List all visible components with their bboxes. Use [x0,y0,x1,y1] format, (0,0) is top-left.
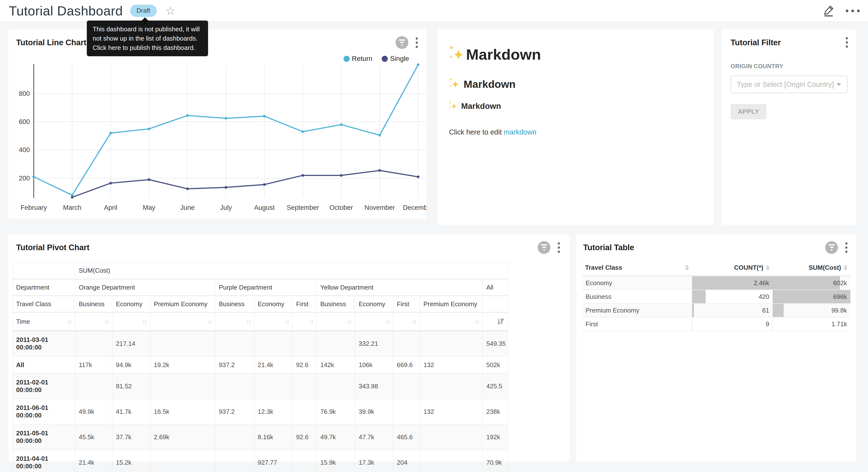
pivot-row: 2011-05-01 00:00:0045.5k37.7k2.69k8.16k9… [12,424,508,450]
sort-arrows-icon[interactable]: ↓↑ [474,318,479,325]
value-cell: 696k [773,290,850,303]
draft-tooltip: This dashboard is not published, it will… [87,21,208,56]
svg-text:July: July [220,204,232,211]
origin-country-label: ORIGIN COUNTRY [731,63,847,70]
markdown-edit-link[interactable]: markdown [504,128,536,136]
pivot-value-cell [215,450,254,472]
pivot-value-cell: 425.5 [483,374,508,399]
pivot-value-cell: 937.2 [215,356,254,374]
pivot-value-cell [317,331,355,357]
table-title: Tutorial Table [583,243,634,252]
sort-arrows-icon[interactable]: ↓↑ [67,318,71,325]
pivot-sort-cell: ↓↑ [112,312,150,331]
svg-text:August: August [254,204,275,211]
legend-dot [344,56,350,62]
filter-badge-icon[interactable] [396,36,408,49]
pivot-value-cell: 21.4k [75,450,112,472]
pivot-value-cell [420,424,483,450]
svg-text:800: 800 [19,90,30,97]
markdown-h2: Markdown [448,77,703,91]
pivot-row-header: 2011-02-01 00:00:00 [12,374,75,399]
pivot-sort-cell: ↓↑ [75,312,112,331]
sort-arrows-icon[interactable]: ↓↑ [284,318,288,325]
column-label: SUM(Cost) [809,264,841,271]
filter-badge-icon[interactable] [538,241,550,254]
pivot-row: 2011-06-01 00:00:0049.9k41.7k16.5k937.21… [12,399,508,424]
pivot-sort-cell: ↓↑ [292,312,317,331]
table-row: Premium Economy6199.8k [582,303,850,317]
caret-sort-icon[interactable] [685,265,689,270]
table-column-header[interactable]: Travel Class [582,260,692,276]
value-text: 602k [773,276,850,290]
pivot-value-cell [420,450,483,472]
value-cell: 9 [692,317,773,331]
pivot-value-cell: 39.9k [355,399,393,424]
row-label: Economy [582,276,692,290]
legend-item-single[interactable]: Single [382,55,409,63]
pivot-class-header: First [292,296,317,312]
pivot-value-cell: 332.21 [355,331,393,357]
sort-arrows-icon[interactable]: ↓↑ [207,318,211,325]
apply-button[interactable]: APPLY [731,104,767,119]
svg-text:May: May [143,204,156,211]
pivot-value-cell: 16.5k [150,399,215,424]
pivot-value-cell [420,331,483,357]
data-table: Travel ClassCOUNT(*)SUM(Cost) Economy2.4… [582,260,850,331]
pivot-class-label: Travel Class [12,296,75,312]
pivot-value-cell [254,331,292,357]
pivot-row-header: 2011-05-01 00:00:00 [12,424,75,450]
sort-arrows-icon[interactable]: ↓↑ [309,318,313,325]
chart-legend: ReturnSingle [344,55,409,63]
caret-sort-icon[interactable] [843,265,847,270]
table-column-header[interactable]: COUNT(*) [692,260,773,276]
row-label: First [582,317,692,331]
svg-text:200: 200 [19,175,30,182]
pivot-class-header: Business [75,296,112,312]
sort-descending-icon[interactable] [497,318,504,325]
pivot-value-cell: 217.14 [112,331,150,357]
pivot-value-cell: 669.6 [393,356,420,374]
sort-arrows-icon[interactable]: ↓↑ [142,318,146,325]
sort-arrows-icon[interactable]: ↓↑ [246,318,250,325]
sparkles-icon [448,45,466,64]
value-text: 61 [692,304,773,317]
pivot-value-cell: 106k [355,356,393,374]
pivot-class-header: Business [215,296,254,312]
pivot-value-cell: 17.3k [355,450,393,472]
filter-panel-title: Tutorial Filter [731,38,781,47]
pivot-value-cell [215,374,254,399]
sort-arrows-icon[interactable]: ↓↑ [412,318,416,325]
caret-sort-icon[interactable] [766,265,770,270]
value-cell: 2.46k [692,276,773,290]
edit-pencil-icon[interactable] [822,4,835,18]
sort-arrows-icon[interactable]: ↓↑ [385,318,389,325]
sort-arrows-icon[interactable]: ↓↑ [347,318,351,325]
pivot-value-cell [393,374,420,399]
kebab-menu-icon[interactable] [844,241,848,254]
pivot-value-cell: 343.98 [355,374,393,399]
pivot-row: 2011-03-01 00:00:00217.14332.21549.35 [12,331,508,357]
svg-text:September: September [286,204,319,211]
kebab-menu-icon[interactable] [415,36,419,49]
table-column-header[interactable]: SUM(Cost) [773,260,850,276]
pivot-group-header: Yellow Department [317,279,483,296]
legend-item-return[interactable]: Return [344,55,372,63]
pivot-value-cell [420,374,483,399]
favorite-star-icon[interactable]: ☆ [165,5,176,17]
legend-dot [382,56,388,62]
pivot-value-cell: 47.7k [355,424,393,450]
pivot-chart-title: Tutorial Pivot Chart [16,243,90,252]
sort-arrows-icon[interactable]: ↓↑ [104,318,108,325]
table-row: Business420696k [582,290,850,303]
pivot-sort-cell: ↓↑ [215,312,254,331]
kebab-menu-icon[interactable] [845,36,849,49]
status-badge[interactable]: Draft [130,5,156,17]
origin-country-select[interactable]: Type or Select [Origin Country] [731,76,847,93]
value-text: 9 [692,318,773,331]
filter-badge-icon[interactable] [825,241,838,254]
more-options-icon[interactable] [846,9,860,12]
pivot-value-cell [393,399,420,424]
markdown-panel: Markdown Markdown Markdown Click here to… [438,29,714,225]
pivot-value-cell: 92.6 [292,356,317,374]
kebab-menu-icon[interactable] [557,241,561,254]
